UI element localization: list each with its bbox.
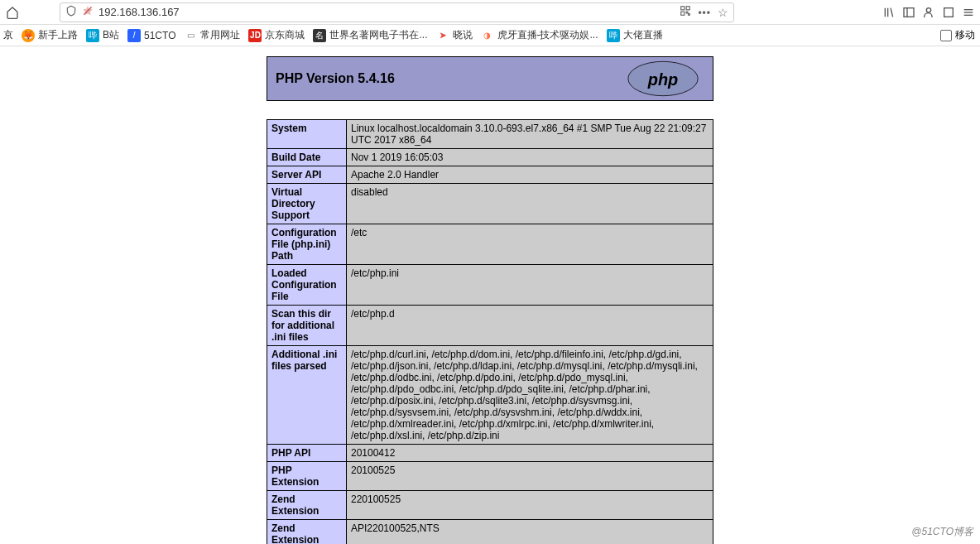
row-value: 20100525 xyxy=(347,462,713,491)
toolbar-right-icons xyxy=(882,6,975,19)
account-icon[interactable] xyxy=(922,6,935,19)
php-version-title: PHP Version 5.4.16 xyxy=(276,71,395,86)
mobile-icon xyxy=(940,30,952,41)
url-text: 192.168.136.167 xyxy=(98,6,675,18)
row-key: PHP Extension xyxy=(267,462,347,491)
svg-rect-1 xyxy=(681,7,685,10)
shield-icon xyxy=(65,5,77,19)
row-key: Loaded Configuration File xyxy=(267,265,347,306)
row-key: Virtual Directory Support xyxy=(267,184,347,224)
row-value: /etc/php.ini xyxy=(347,265,713,306)
partial-bookmark[interactable]: 京 xyxy=(3,28,13,42)
mobile-toggle[interactable]: 移动 xyxy=(940,28,980,42)
bookmark-item[interactable]: 哔大佬直播 xyxy=(607,28,663,42)
row-value: 220100525 xyxy=(347,491,713,520)
bookmark-label: 常用网址 xyxy=(200,28,240,42)
svg-rect-4 xyxy=(687,12,689,13)
sidebar-icon[interactable] xyxy=(902,6,915,19)
svg-rect-5 xyxy=(689,14,690,16)
row-key: PHP API xyxy=(267,445,347,462)
table-row: Loaded Configuration File/etc/php.ini xyxy=(267,265,713,306)
extension-icon[interactable] xyxy=(942,6,955,19)
cto-icon: / xyxy=(127,29,141,42)
insecure-icon xyxy=(82,5,94,19)
row-value: disabled xyxy=(347,184,713,224)
bookmark-item[interactable]: ➤晓说 xyxy=(436,28,473,42)
row-value: /etc/php.d xyxy=(347,306,713,346)
row-value: API220100525,NTS xyxy=(347,520,713,545)
table-row: PHP API20100412 xyxy=(267,445,713,462)
row-key: Scan this dir for additional .ini files xyxy=(267,306,347,346)
row-value: /etc xyxy=(347,224,713,265)
bookmark-item[interactable]: JD京东商城 xyxy=(248,28,305,42)
row-key: Build Date xyxy=(267,149,347,166)
bookmark-label: 51CTO xyxy=(144,30,175,41)
bookmark-item[interactable]: 哔B站 xyxy=(86,28,119,42)
dl-icon: 哔 xyxy=(607,29,620,42)
home-button[interactable] xyxy=(5,5,20,20)
phpinfo-header: PHP Version 5.4.16 php xyxy=(267,56,713,101)
xs-icon: ➤ xyxy=(436,29,449,42)
phpinfo-table: SystemLinux localhost.localdomain 3.10.0… xyxy=(267,119,713,544)
bili-icon: 哔 xyxy=(86,29,99,42)
bookmark-item[interactable]: 🦊新手上路 xyxy=(22,28,78,42)
svg-point-11 xyxy=(926,7,930,12)
jd-icon: JD xyxy=(248,29,262,42)
row-key: Additional .ini files parsed xyxy=(267,346,347,445)
bookmark-label: 虎牙直播-技术驱动娱... xyxy=(497,28,598,42)
row-key: Zend Extension Build xyxy=(267,520,347,545)
svg-line-8 xyxy=(891,7,893,17)
svg-rect-3 xyxy=(681,12,685,15)
bookmark-item[interactable]: 名世界名著网电子书在... xyxy=(313,28,427,42)
bookmark-label: 世界名著网电子书在... xyxy=(329,28,427,42)
bookmark-item[interactable]: /51CTO xyxy=(127,29,175,42)
mobile-label: 移动 xyxy=(955,28,975,42)
page-content: PHP Version 5.4.16 php SystemLinux local… xyxy=(0,46,980,544)
row-value: /etc/php.d/curl.ini, /etc/php.d/dom.ini,… xyxy=(347,346,713,445)
bookmark-item[interactable]: ◑虎牙直播-技术驱动娱... xyxy=(481,28,598,42)
bookmark-label: B站 xyxy=(103,28,119,42)
page-actions-icon[interactable]: ••• xyxy=(698,7,711,18)
table-row: Additional .ini files parsed/etc/php.d/c… xyxy=(267,346,713,445)
row-value: Apache 2.0 Handler xyxy=(347,166,713,184)
bookmark-label: 新手上路 xyxy=(38,28,78,42)
book-icon: 名 xyxy=(313,29,326,42)
qr-icon[interactable] xyxy=(680,5,691,19)
watermark: @51CTO博客 xyxy=(911,525,973,539)
library-icon[interactable] xyxy=(882,6,896,19)
phpinfo-container: PHP Version 5.4.16 php SystemLinux local… xyxy=(267,56,713,544)
folder-icon: ▭ xyxy=(184,29,197,42)
row-value: 20100412 xyxy=(347,445,713,462)
table-row: Zend Extension BuildAPI220100525,NTS xyxy=(267,520,713,545)
table-row: Configuration File (php.ini) Path/etc xyxy=(267,224,713,265)
bookmark-item[interactable]: ▭常用网址 xyxy=(184,28,240,42)
bookmark-label: 大佬直播 xyxy=(623,28,663,42)
urlbar-actions: ••• ☆ xyxy=(680,5,728,19)
table-row: Scan this dir for additional .ini files/… xyxy=(267,306,713,346)
table-row: Zend Extension220100525 xyxy=(267,491,713,520)
row-key: Server API xyxy=(267,166,347,184)
browser-toolbar: 192.168.136.167 ••• ☆ xyxy=(0,0,980,25)
table-row: Server APIApache 2.0 Handler xyxy=(267,166,713,184)
table-row: SystemLinux localhost.localdomain 3.10.0… xyxy=(267,120,713,149)
url-bar[interactable]: 192.168.136.167 ••• ☆ xyxy=(60,2,734,22)
php-logo: php xyxy=(622,60,704,98)
hu-icon: ◑ xyxy=(481,29,494,42)
svg-rect-2 xyxy=(687,7,690,10)
bookmarks-bar: 京 🦊新手上路哔B站/51CTO▭常用网址JD京东商城名世界名著网电子书在...… xyxy=(0,25,980,46)
ff-icon: 🦊 xyxy=(22,29,35,42)
table-row: PHP Extension20100525 xyxy=(267,462,713,491)
row-key: Zend Extension xyxy=(267,491,347,520)
row-value: Nov 1 2019 16:05:03 xyxy=(347,149,713,166)
bookmark-label: 京东商城 xyxy=(265,28,305,42)
bookmark-star-icon[interactable]: ☆ xyxy=(718,6,728,19)
svg-rect-9 xyxy=(904,7,914,17)
menu-icon[interactable] xyxy=(962,6,975,19)
row-key: Configuration File (php.ini) Path xyxy=(267,224,347,265)
row-key: System xyxy=(267,120,347,149)
svg-text:php: php xyxy=(647,70,679,89)
bookmark-label: 晓说 xyxy=(453,28,473,42)
table-row: Virtual Directory Supportdisabled xyxy=(267,184,713,224)
row-value: Linux localhost.localdomain 3.10.0-693.e… xyxy=(347,120,713,149)
svg-rect-12 xyxy=(944,7,954,17)
